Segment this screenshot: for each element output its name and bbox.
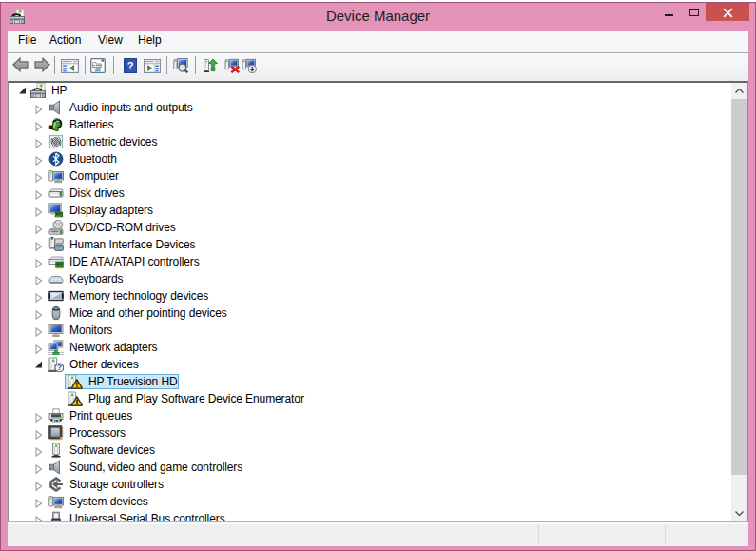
svg-text:?: ? — [127, 60, 134, 71]
